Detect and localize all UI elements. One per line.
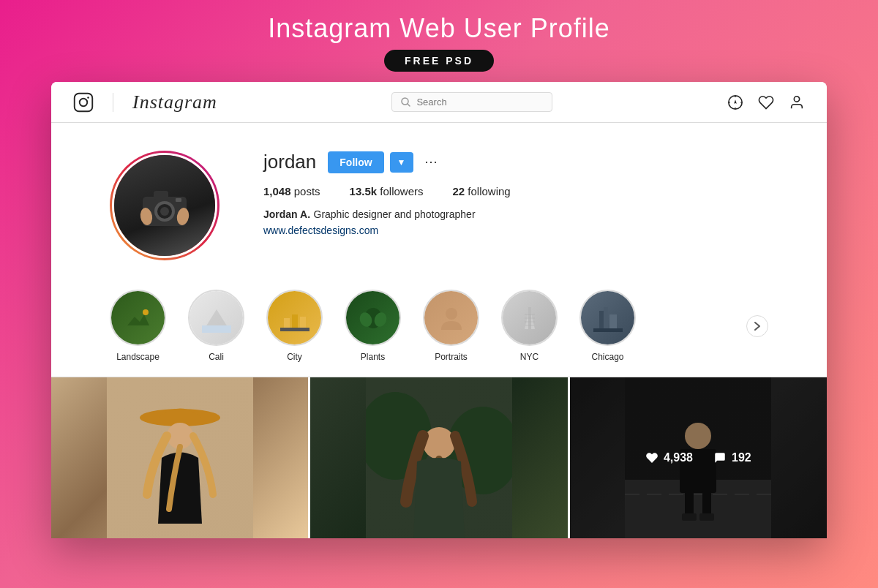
free-psd-badge: FREE PSD [384, 50, 494, 72]
highlight-circle-plants [345, 290, 401, 346]
page-title: Instagram Web User Profile [268, 13, 610, 44]
highlight-item-nyc[interactable]: NYC [501, 290, 558, 362]
highlight-img-plants [346, 291, 399, 344]
photo-likes-3: 4,938 [645, 451, 693, 464]
profile-stats: 1,048 posts 13.5k followers 22 following [263, 185, 768, 197]
bio-full-name: Jordan A. [263, 208, 310, 220]
highlight-label-cali: Cali [209, 352, 224, 362]
nav-divider [113, 93, 113, 112]
svg-point-46 [423, 427, 455, 459]
posts-stat: 1,048 posts [263, 185, 320, 197]
followers-stat: 13.5k followers [350, 185, 424, 197]
highlight-img-chicago [581, 291, 634, 344]
svg-rect-13 [154, 191, 168, 200]
highlight-item-city[interactable]: City [266, 290, 323, 362]
browser-window: Instagram [51, 82, 827, 538]
photo-placeholder-2 [310, 377, 567, 538]
highlight-img-landscape [111, 291, 165, 344]
svg-marker-10 [734, 99, 737, 104]
profile-username: jordan [263, 151, 316, 173]
nav-actions [727, 94, 805, 110]
highlights-section: Landscape Cali [51, 282, 827, 377]
svg-line-4 [408, 104, 410, 106]
highlight-circle-nyc [501, 290, 558, 346]
bio-website-link[interactable]: www.defectsdesigns.com [263, 225, 378, 236]
photo-placeholder-1 [51, 377, 308, 538]
search-icon [401, 97, 410, 107]
compass-icon[interactable] [727, 94, 743, 110]
photo-item-1[interactable] [51, 377, 308, 538]
svg-point-11 [794, 96, 799, 101]
svg-point-2 [87, 97, 89, 99]
more-options-button[interactable]: ··· [425, 154, 438, 170]
svg-rect-25 [280, 328, 309, 331]
search-input[interactable] [416, 97, 543, 108]
highlight-circle-city [266, 290, 323, 346]
highlight-img-city [268, 291, 321, 344]
svg-rect-38 [604, 307, 608, 329]
avatar-inner [112, 153, 217, 258]
highlight-circle-landscape [110, 290, 166, 346]
svg-rect-37 [609, 314, 617, 329]
following-stat: 22 following [452, 185, 510, 197]
nav-brand-name: Instagram [132, 91, 217, 113]
photo-item-3[interactable]: 4,938 192 [570, 377, 827, 538]
search-box[interactable] [391, 92, 552, 112]
heart-icon[interactable] [758, 94, 774, 110]
highlight-circle-chicago [579, 290, 636, 346]
instagram-logo-icon [73, 92, 94, 113]
nav-bar: Instagram [51, 82, 827, 123]
highlights-next-button[interactable] [746, 315, 768, 337]
photo-overlay-3: 4,938 192 [570, 377, 827, 538]
photo-placeholder-3: 4,938 192 [570, 377, 827, 538]
highlight-img-nyc [503, 291, 556, 344]
profile-section: jordan Follow ▼ ··· 1,048 posts 13.5k fo… [51, 123, 827, 282]
svg-rect-0 [75, 93, 93, 111]
follow-button[interactable]: Follow [328, 151, 383, 173]
svg-rect-23 [292, 314, 298, 329]
bio-description: Graphic designer and photographer [314, 208, 476, 220]
svg-point-29 [446, 308, 457, 320]
profile-avatar-container [110, 151, 220, 260]
highlight-circle-cali [188, 290, 244, 346]
profile-info: jordan Follow ▼ ··· 1,048 posts 13.5k fo… [263, 151, 768, 237]
highlight-item-portraits[interactable]: Portraits [423, 290, 479, 362]
nav-logo: Instagram [73, 91, 217, 113]
svg-rect-17 [176, 198, 181, 202]
photo-grid: 4,938 192 [51, 377, 827, 538]
svg-rect-21 [202, 325, 231, 333]
user-icon[interactable] [789, 94, 805, 110]
photo-comments-3: 192 [713, 451, 751, 464]
svg-point-20 [143, 309, 149, 315]
svg-rect-22 [284, 318, 290, 329]
profile-bio: Jordan A. Graphic designer and photograp… [263, 208, 768, 221]
highlight-label-portraits: Portraits [435, 352, 468, 362]
highlight-circle-portraits [423, 290, 479, 346]
highlight-label-nyc: NYC [520, 352, 539, 362]
bio-website-container: www.defectsdesigns.com [263, 224, 768, 237]
highlight-item-cali[interactable]: Cali [188, 290, 244, 362]
highlight-label-landscape: Landscape [116, 352, 160, 362]
page-header: Instagram Web User Profile FREE PSD [268, 13, 610, 72]
highlight-label-chicago: Chicago [591, 352, 623, 362]
highlight-img-portraits [424, 291, 478, 344]
svg-point-16 [160, 207, 169, 216]
photo-item-2[interactable] [310, 377, 567, 538]
highlight-item-plants[interactable]: Plants [345, 290, 401, 362]
highlight-item-chicago[interactable]: Chicago [579, 290, 636, 362]
follow-dropdown-button[interactable]: ▼ [390, 152, 413, 173]
highlight-img-cali [190, 291, 243, 344]
highlight-item-landscape[interactable]: Landscape [110, 290, 166, 362]
nav-search [217, 92, 727, 112]
profile-top-row: jordan Follow ▼ ··· [263, 151, 768, 173]
avatar-ring [110, 151, 220, 260]
svg-point-1 [80, 98, 88, 106]
highlight-label-plants: Plants [361, 352, 385, 362]
svg-rect-24 [300, 317, 306, 329]
highlight-label-city: City [287, 352, 302, 362]
svg-rect-39 [593, 328, 623, 332]
avatar-photo [114, 155, 215, 256]
